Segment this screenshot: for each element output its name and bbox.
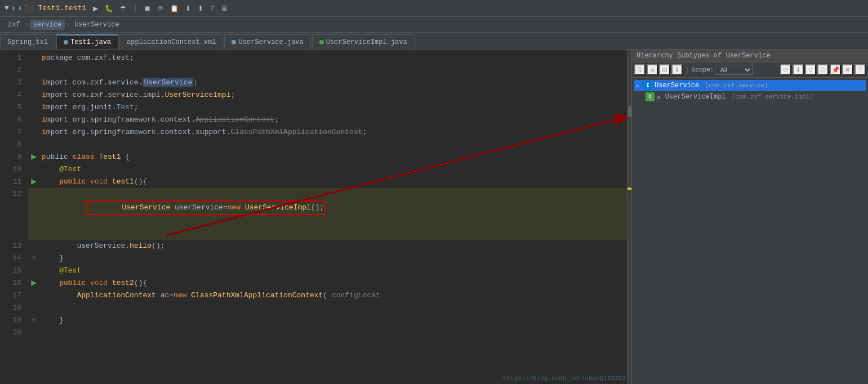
h-btn-expand[interactable]: ≡: [805, 64, 816, 75]
line-content-12: UserService userService=new UserServiceI…: [39, 188, 631, 240]
gutter-17: [28, 289, 39, 302]
line-num-18: 18: [0, 302, 28, 314]
h-btn-3[interactable]: ⊞: [659, 64, 670, 75]
line-num-7: 7: [0, 126, 28, 139]
toolbar-icon-4: ⬛: [24, 4, 33, 13]
breadcrumb-service[interactable]: service: [30, 20, 65, 30]
run-button[interactable]: ▶: [91, 3, 100, 14]
tree-package-userservice: (com.zxf.service): [705, 82, 768, 89]
line-num-5: 5: [0, 101, 28, 114]
gutter-1: [28, 52, 39, 64]
h-btn-collapse[interactable]: ⊟: [817, 64, 829, 75]
table-row: 14 ⊖ }: [0, 252, 631, 265]
run-gutter-icon-16[interactable]: ▶: [31, 277, 37, 289]
tab-user-service-dot: [232, 40, 236, 44]
line-num-20: 20: [0, 327, 28, 339]
gutter-13: [28, 240, 39, 252]
h-btn-4[interactable]: ⬇: [671, 64, 683, 75]
table-row: 17 ApplicationContext ac=new ClassPathXm…: [0, 289, 631, 302]
hierarchy-title: Hierarchy Subtypes of UserService: [632, 50, 868, 62]
tree-label-userservice: UserService: [655, 82, 699, 90]
line-content-5: import org.junit.Test;: [39, 101, 631, 114]
tab-spring-tx1-label: Spring_tx1: [7, 38, 48, 46]
line-num-17: 17: [0, 289, 28, 302]
toolbar-btn-5[interactable]: ⬆: [195, 3, 206, 14]
tab-user-service-impl-java[interactable]: UserServiceImpl.java: [312, 34, 415, 49]
scroll-thumb[interactable]: [628, 106, 631, 117]
line-num-13: 13: [0, 240, 28, 252]
tree-item-userservice[interactable]: ▶ I UserService (com.zxf.service): [634, 80, 866, 91]
toolbar-btn-2[interactable]: ⟳: [155, 3, 166, 14]
toolbar-btn-1[interactable]: ⏹: [142, 3, 153, 14]
tab-spring-tx1[interactable]: Spring_tx1: [0, 34, 55, 49]
line-content-16: public void test2(){: [39, 277, 631, 289]
h-btn-close[interactable]: ✕: [842, 64, 853, 75]
code-editor[interactable]: 1 package com.zxf.test; 2 3 import com.z…: [0, 50, 631, 384]
h-btn-1[interactable]: ⇅: [634, 64, 646, 75]
breadcrumb-zxf[interactable]: zxf: [5, 20, 24, 30]
h-btn-export[interactable]: ⬇: [793, 64, 804, 75]
line-content-15: @Test: [39, 265, 631, 277]
main-content: 1 package com.zxf.test; 2 3 import com.z…: [0, 50, 868, 384]
table-row: 3 import com.zxf.service.UserService;: [0, 77, 631, 89]
breadcrumb-userservice[interactable]: UserService: [71, 20, 122, 30]
fold-icon-19[interactable]: ⊖: [32, 314, 35, 327]
class-icon: C: [646, 92, 655, 101]
line-content-1: package com.zxf.test;: [39, 52, 631, 64]
gutter-10: [28, 163, 39, 176]
line-content-18: [39, 302, 631, 314]
hierarchy-title-text: Hierarchy Subtypes of UserService: [636, 52, 771, 60]
top-toolbar: ▼ ⬆ ⬇ ⬛ Test1.test1 ▶ 🐛 ☂ | ⏹ ⟳ 📋 ⬇ ⬆ ? …: [0, 0, 868, 17]
toolbar-btn-6[interactable]: 🖥: [219, 3, 230, 14]
tab-test1-java[interactable]: Test1.java: [56, 34, 118, 49]
gutter-5: [28, 101, 39, 114]
gutter-20: [28, 327, 39, 339]
toolbar-icon-3: ⬇: [18, 4, 23, 13]
gutter-12: [28, 188, 39, 240]
table-row: 8: [0, 139, 631, 151]
line-content-20: [39, 327, 631, 339]
h-btn-refresh[interactable]: ⟳: [780, 64, 791, 75]
tab-app-context-label: applicationContext.xml: [127, 38, 216, 46]
debug-button[interactable]: 🐛: [103, 3, 115, 14]
h-btn-pin[interactable]: 📌: [830, 64, 841, 75]
coverage-button[interactable]: ☂: [118, 3, 128, 14]
scope-select[interactable]: All Project Module: [715, 65, 753, 75]
scroll-marker: [627, 187, 631, 190]
run-gutter-icon-9[interactable]: ▶: [31, 151, 37, 163]
tab-app-context-xml[interactable]: applicationContext.xml: [119, 34, 223, 49]
gutter-14: ⊖: [28, 252, 39, 265]
line-num-19: 19: [0, 314, 28, 327]
h-btn-2[interactable]: ◈: [647, 64, 658, 75]
line-content-9: public class Test1 {: [39, 151, 631, 163]
red-box-highlight: UserService userService=new UserServiceI…: [86, 200, 325, 215]
line-content-13: userService.hello();: [39, 240, 631, 252]
run-config-label[interactable]: Test1.test1: [38, 4, 86, 12]
line-num-9: 9: [0, 151, 28, 163]
breadcrumb-sep-1: ›: [25, 21, 29, 29]
line-num-16: 16: [0, 277, 28, 289]
toolbar-btn-3[interactable]: 📋: [168, 3, 181, 14]
h-btn-help[interactable]: ?: [854, 64, 866, 75]
scope-label: Scope:: [692, 66, 714, 73]
run-gutter-icon-11[interactable]: ▶: [31, 176, 37, 188]
breadcrumb: zxf › service › UserService: [0, 17, 868, 33]
fold-icon-14[interactable]: ⊖: [32, 252, 35, 265]
gutter-9[interactable]: ▶: [28, 151, 39, 163]
table-row: 11 ▶ public void test1(){: [0, 176, 631, 188]
line-content-7: import org.springframework.context.suppo…: [39, 126, 631, 139]
help-button[interactable]: ?: [208, 3, 216, 14]
tree-label-userserviceimpl: UserServiceImpl: [665, 93, 726, 101]
line-num-3: 3: [0, 77, 28, 89]
gutter-11[interactable]: ▶: [28, 176, 39, 188]
table-row: 18: [0, 302, 631, 314]
gutter-16[interactable]: ▶: [28, 277, 39, 289]
tree-item-userserviceimpl[interactable]: C ⊘ UserServiceImpl (com.zxf.service.imp…: [634, 91, 866, 102]
line-num-10: 10: [0, 163, 28, 176]
line-content-2: [39, 64, 631, 77]
scroll-indicator-bar[interactable]: [627, 50, 631, 384]
table-row: 7 import org.springframework.context.sup…: [0, 126, 631, 139]
gutter-7: [28, 126, 39, 139]
tab-user-service-java[interactable]: UserService.java: [224, 34, 310, 49]
toolbar-btn-4[interactable]: ⬇: [183, 3, 193, 14]
